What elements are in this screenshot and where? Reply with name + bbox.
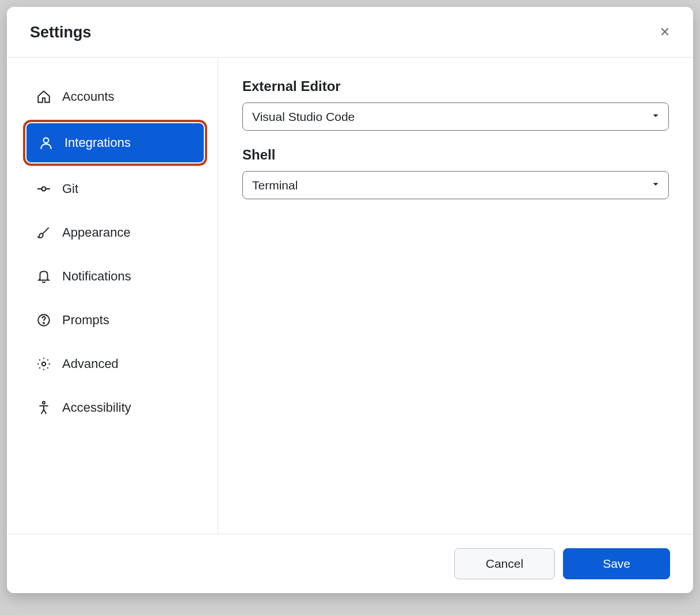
shell-label: Shell	[242, 147, 669, 163]
close-icon	[659, 25, 671, 40]
save-button[interactable]: Save	[563, 548, 670, 579]
dialog-body: Accounts Integrations	[7, 58, 693, 534]
sidebar-item-accounts[interactable]: Accounts	[23, 76, 207, 117]
sidebar-item-label: Notifications	[62, 269, 131, 284]
dialog-header: Settings	[7, 7, 693, 58]
settings-panel: External Editor Visual Studio Code Shell	[218, 58, 693, 534]
external-editor-select-wrap: Visual Studio Code	[242, 102, 669, 131]
sidebar-item-notifications[interactable]: Notifications	[23, 256, 207, 297]
sidebar-item-accessibility[interactable]: Accessibility	[23, 387, 207, 428]
svg-point-6	[42, 362, 46, 366]
gear-icon	[36, 356, 52, 372]
svg-point-5	[43, 322, 44, 324]
shell-select[interactable]: Terminal	[242, 171, 669, 199]
close-button[interactable]	[655, 22, 675, 43]
sidebar-item-label: Accounts	[62, 89, 115, 104]
bell-icon	[36, 268, 52, 284]
cancel-button[interactable]: Cancel	[454, 548, 555, 579]
external-editor-field: External Editor Visual Studio Code	[242, 78, 669, 131]
question-circle-icon	[36, 312, 52, 328]
svg-point-0	[44, 138, 49, 143]
external-editor-select[interactable]: Visual Studio Code	[242, 102, 669, 131]
settings-sidebar: Accounts Integrations	[7, 58, 218, 534]
sidebar-item-prompts[interactable]: Prompts	[23, 299, 207, 341]
sidebar-item-git[interactable]: Git	[23, 168, 207, 210]
sidebar-item-advanced[interactable]: Advanced	[23, 343, 207, 385]
dialog-footer: Cancel Save	[7, 534, 693, 593]
shell-select-wrap: Terminal	[242, 171, 669, 199]
sidebar-item-label: Advanced	[62, 356, 119, 371]
settings-dialog: Settings Accounts	[7, 7, 693, 593]
sidebar-item-label: Prompts	[62, 313, 109, 328]
paintbrush-icon	[36, 225, 52, 241]
sidebar-item-appearance[interactable]: Appearance	[23, 212, 207, 253]
sidebar-item-integrations[interactable]: Integrations	[23, 120, 207, 166]
person-icon	[38, 135, 54, 151]
svg-point-7	[43, 401, 45, 404]
shell-field: Shell Terminal	[242, 147, 669, 199]
sidebar-item-label: Accessibility	[62, 400, 131, 415]
external-editor-label: External Editor	[242, 78, 669, 94]
dialog-title: Settings	[30, 24, 92, 41]
sidebar-item-label: Appearance	[62, 225, 131, 240]
accessibility-icon	[36, 400, 52, 416]
sidebar-item-label: Git	[62, 181, 78, 196]
svg-point-1	[42, 187, 46, 191]
sidebar-item-label: Integrations	[64, 135, 131, 150]
home-icon	[36, 89, 52, 105]
git-commit-icon	[36, 181, 52, 197]
